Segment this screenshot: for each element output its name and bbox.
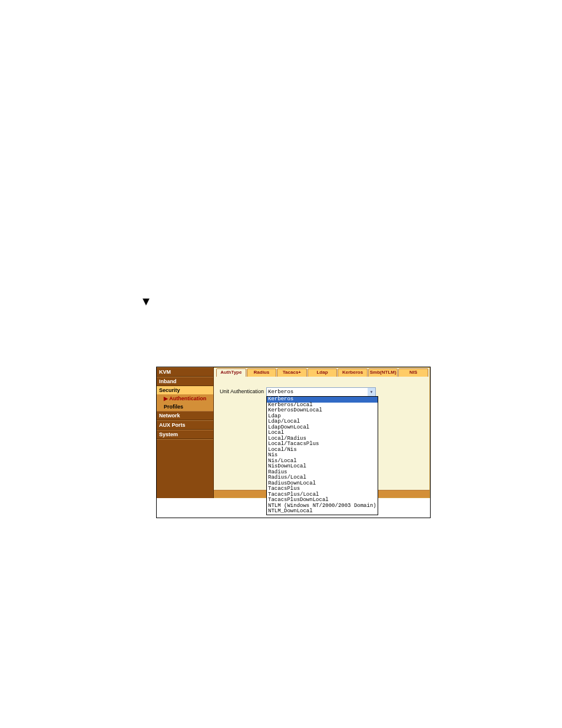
sidebar-item-label: AUX Ports <box>159 422 186 428</box>
triangle-marker-icon: ▼ <box>140 295 152 308</box>
sidebar-item-label: System <box>159 431 178 437</box>
unit-auth-select-wrap: Kerberos ▼ KerberosKerberos/LocalKerbero… <box>266 387 376 397</box>
option-kerberosdownlocal[interactable]: KerberosDownLocal <box>267 408 378 414</box>
tab-smb-ntlm-[interactable]: Smb(NTLM) <box>368 368 398 377</box>
unit-auth-select-value: Kerberos <box>268 389 293 395</box>
sidebar-item-security[interactable]: Security <box>157 386 213 394</box>
chevron-down-icon[interactable]: ▼ <box>368 387 376 397</box>
sidebar-item-inband[interactable]: Inband <box>157 377 213 386</box>
selected-arrow-icon: ▶ <box>164 396 169 401</box>
sidebar-item-network[interactable]: Network <box>157 411 213 420</box>
tab-ldap[interactable]: Ldap <box>308 368 338 377</box>
sidebar-item-label: Security <box>159 387 180 393</box>
tab-tacacs-[interactable]: Tacacs+ <box>277 368 307 377</box>
sidebar-item-profiles[interactable]: Profiles <box>157 403 213 411</box>
main-panel: AuthTypeRadiusTacacs+LdapKerberosSmb(NTL… <box>214 367 430 498</box>
option-local-nis[interactable]: Local/Nis <box>267 447 378 453</box>
unit-auth-label: Unit Authentication <box>220 387 264 394</box>
unit-auth-dropdown: KerberosKerberos/LocalKerberosDownLocalL… <box>266 396 378 515</box>
tab-nis[interactable]: NIS <box>398 368 428 377</box>
option-ntlm-downlocal[interactable]: NTLM_DownLocal <box>267 509 378 515</box>
sidebar-item-label: Profiles <box>164 404 183 410</box>
sidebar-item-aux-ports[interactable]: AUX Ports <box>157 420 213 430</box>
app-window: KVMInbandSecurity▶ AuthenticationProfile… <box>156 367 431 518</box>
sidebar-item-authentication[interactable]: ▶ Authentication <box>157 394 213 403</box>
tab-strip: AuthTypeRadiusTacacs+LdapKerberosSmb(NTL… <box>214 368 429 377</box>
sidebar-item-label: Network <box>159 413 180 419</box>
sidebar-item-label: Authentication <box>169 396 206 401</box>
tab-radius[interactable]: Radius <box>247 368 277 377</box>
sidebar-item-label: Inband <box>159 378 177 384</box>
tab-kerberos[interactable]: Kerberos <box>338 368 368 377</box>
sidebar-item-kvm[interactable]: KVM <box>157 367 213 377</box>
sidebar-item-system[interactable]: System <box>157 430 213 439</box>
content-area: Unit Authentication Kerberos ▼ KerberosK… <box>214 377 429 490</box>
unit-auth-select[interactable]: Kerberos <box>266 387 376 397</box>
sidebar: KVMInbandSecurity▶ AuthenticationProfile… <box>157 367 214 498</box>
tab-authtype[interactable]: AuthType <box>216 368 246 377</box>
sidebar-item-label: KVM <box>159 369 171 375</box>
